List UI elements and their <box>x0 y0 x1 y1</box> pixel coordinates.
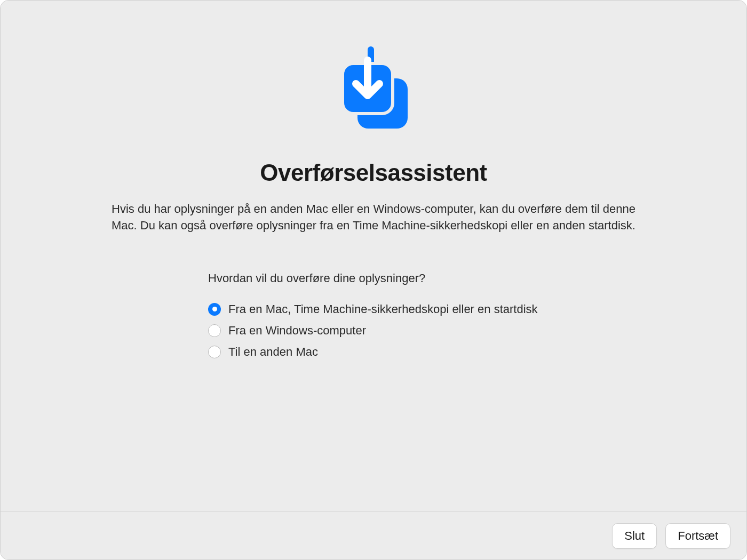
radio-indicator <box>208 303 221 316</box>
radio-indicator <box>208 346 221 358</box>
continue-button[interactable]: Fortsæt <box>665 523 730 549</box>
quit-button[interactable]: Slut <box>612 523 657 549</box>
option-label: Til en anden Mac <box>228 345 318 359</box>
radio-indicator <box>208 324 221 337</box>
page-title: Overførselsassistent <box>260 159 487 186</box>
option-label: Fra en Mac, Time Machine-sikkerhedskopi … <box>228 302 538 316</box>
transfer-question: Hvordan vil du overføre dine oplysninger… <box>208 271 425 285</box>
footer-bar: Slut Fortsæt <box>1 511 746 559</box>
migration-assistant-window: Overførselsassistent Hvis du har oplysni… <box>0 0 747 560</box>
migration-icon <box>331 43 416 145</box>
option-to-another-mac[interactable]: Til en anden Mac <box>208 345 318 359</box>
option-from-mac[interactable]: Fra en Mac, Time Machine-sikkerhedskopi … <box>208 302 538 316</box>
option-from-windows[interactable]: Fra en Windows-computer <box>208 324 366 338</box>
main-content: Overførselsassistent Hvis du har oplysni… <box>1 1 746 511</box>
option-label: Fra en Windows-computer <box>228 324 366 338</box>
page-description: Hvis du har oplysninger på en anden Mac … <box>107 201 640 234</box>
transfer-options: Hvordan vil du overføre dine oplysninger… <box>208 271 539 366</box>
